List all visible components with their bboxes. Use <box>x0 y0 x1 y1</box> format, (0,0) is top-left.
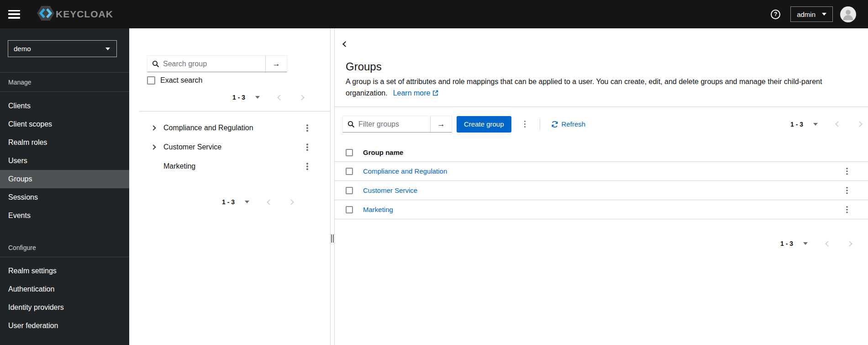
tree-pagination-bottom: 1 - 3 <box>222 196 293 207</box>
caret-down-icon <box>105 48 110 50</box>
pagination-range: 1 - 3 <box>222 198 235 206</box>
exact-search-checkbox[interactable]: Exact search <box>147 76 202 85</box>
collapse-drawer-button[interactable] <box>343 42 347 46</box>
pagination-prev-icon[interactable] <box>277 95 283 101</box>
sidebar-item-clients[interactable]: Clients <box>0 97 129 115</box>
checkbox-icon[interactable] <box>147 76 155 85</box>
brand-text: KEYCLOAK <box>56 9 113 20</box>
row-checkbox[interactable] <box>346 187 353 194</box>
pagination-range: 1 - 3 <box>780 240 793 247</box>
arrow-right-icon: → <box>273 59 280 68</box>
sidebar-item-groups[interactable]: Groups <box>0 170 129 188</box>
external-link-icon <box>432 90 438 96</box>
expand-chevron-icon[interactable] <box>150 145 157 149</box>
nav-section-manage: Manage <box>0 73 129 91</box>
pagination-prev-icon[interactable] <box>835 121 841 127</box>
sidebar-item-events[interactable]: Events <box>0 207 129 225</box>
sidebar-item-users[interactable]: Users <box>0 152 129 170</box>
pagination-prev-icon[interactable] <box>267 199 273 205</box>
table-pagination-bottom: 1 - 3 <box>780 238 852 249</box>
search-icon <box>347 121 355 128</box>
kebab-menu-icon[interactable] <box>843 168 851 175</box>
kebab-menu-icon[interactable] <box>843 187 851 194</box>
masthead: KEYCLOAK ? admin <box>0 0 868 28</box>
caret-down-icon <box>822 13 826 16</box>
pagination-next-icon[interactable] <box>299 95 305 101</box>
tree-item-customer-service[interactable]: Customer Service <box>129 138 330 157</box>
select-all-checkbox[interactable] <box>346 149 353 156</box>
pagination-options-caret-icon[interactable] <box>813 123 818 126</box>
pagination-next-icon[interactable] <box>857 121 863 127</box>
panel-splitter[interactable] <box>330 28 335 345</box>
user-menu-dropdown[interactable]: admin <box>790 6 833 22</box>
sidebar-item-sessions[interactable]: Sessions <box>0 188 129 207</box>
search-icon <box>152 60 159 68</box>
groups-table: Group name Compliance and Regulation Cus… <box>335 143 868 219</box>
group-link-customer-service[interactable]: Customer Service <box>363 186 417 194</box>
sidebar-item-realm-roles[interactable]: Realm roles <box>0 133 129 152</box>
chevron-left-icon <box>342 41 348 47</box>
tree-pagination-top: 1 - 3 <box>232 92 304 103</box>
pagination-options-caret-icon[interactable] <box>245 201 249 203</box>
kebab-menu-icon[interactable] <box>304 124 311 132</box>
manage-nav-list: Clients Client scopes Realm roles Users … <box>0 97 129 225</box>
kebab-menu-icon[interactable] <box>304 143 311 151</box>
pagination-range: 1 - 3 <box>232 94 245 101</box>
refresh-icon <box>551 121 558 128</box>
table-row: Marketing <box>335 200 868 219</box>
group-search-input[interactable] <box>159 60 265 68</box>
sidebar-item-realm-settings[interactable]: Realm settings <box>0 262 129 280</box>
sidebar-item-identity-providers[interactable]: Identity providers <box>0 298 129 317</box>
row-checkbox[interactable] <box>346 168 353 175</box>
exact-search-label: Exact search <box>160 76 202 85</box>
tree-divider <box>140 111 330 111</box>
avatar[interactable] <box>840 6 856 22</box>
masthead-right: ? admin <box>771 6 868 22</box>
sidebar-item-user-federation[interactable]: User federation <box>0 317 129 335</box>
arrow-right-icon: → <box>437 120 445 128</box>
table-header-row: Group name <box>335 143 868 162</box>
filter-groups-input[interactable] <box>355 120 430 128</box>
sidebar-nav: demo Manage Clients Client scopes Realm … <box>0 28 129 345</box>
help-icon[interactable]: ? <box>771 10 780 19</box>
search-submit-button[interactable]: → <box>266 56 287 72</box>
column-header-group-name: Group name <box>363 149 403 156</box>
page-title: Groups <box>346 60 382 73</box>
page-description: A group is a set of attributes and role … <box>346 76 861 99</box>
kebab-menu-icon[interactable] <box>843 206 851 213</box>
sidebar-divider <box>0 257 129 257</box>
splitter-grip-icon[interactable] <box>331 234 334 243</box>
keycloak-admin-console: KEYCLOAK ? admin demo Manage <box>0 0 868 345</box>
pagination-next-icon[interactable] <box>847 241 852 247</box>
group-link-compliance-and-regulation[interactable]: Compliance and Regulation <box>363 167 447 175</box>
pagination-options-caret-icon[interactable] <box>803 242 808 245</box>
tree-item-compliance-and-regulation[interactable]: Compliance and Regulation <box>129 118 330 138</box>
tree-item-marketing[interactable]: Marketing <box>129 157 330 176</box>
learn-more-link[interactable]: Learn more <box>393 89 439 97</box>
filter-groups-box: → <box>342 116 452 133</box>
nav-section-configure: Configure <box>0 244 129 257</box>
refresh-button[interactable]: Refresh <box>551 120 586 128</box>
expand-chevron-icon[interactable] <box>150 126 157 130</box>
filter-submit-button[interactable]: → <box>431 116 452 132</box>
sidebar-item-client-scopes[interactable]: Client scopes <box>0 115 129 133</box>
create-group-button[interactable]: Create group <box>457 116 511 133</box>
user-menu-label: admin <box>797 11 815 18</box>
kebab-menu-icon[interactable] <box>304 163 311 170</box>
pagination-range: 1 - 3 <box>790 121 803 128</box>
group-link-marketing[interactable]: Marketing <box>363 206 393 213</box>
section-divider <box>335 106 868 107</box>
pagination-prev-icon[interactable] <box>825 241 831 247</box>
configure-nav-list: Realm settings Authentication Identity p… <box>0 262 129 335</box>
table-row: Customer Service <box>335 181 868 200</box>
pagination-options-caret-icon[interactable] <box>255 96 260 99</box>
sidebar-item-authentication[interactable]: Authentication <box>0 280 129 298</box>
nav-toggle-icon[interactable] <box>8 10 20 19</box>
row-checkbox[interactable] <box>346 206 353 213</box>
group-tree-list: Compliance and Regulation Customer Servi… <box>129 118 330 176</box>
realm-selector-value: demo <box>14 45 31 53</box>
toolbar-kebab-menu-icon[interactable] <box>521 121 529 128</box>
groups-main-panel: Groups A group is a set of attributes an… <box>335 28 868 345</box>
realm-selector[interactable]: demo <box>8 40 117 57</box>
pagination-next-icon[interactable] <box>288 199 294 205</box>
